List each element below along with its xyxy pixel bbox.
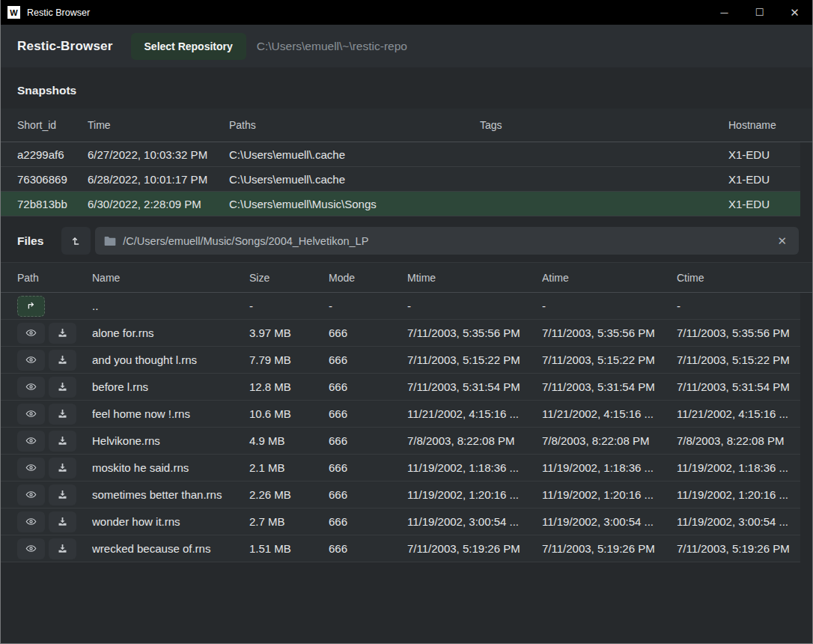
file-name: sometimes better than.rns	[92, 488, 249, 501]
column-header-ctime: Ctime	[677, 272, 800, 284]
files-bar: Files /C/Users/emuell/Music/Songs/2004_H…	[1, 216, 812, 262]
download-file-button[interactable]	[49, 404, 76, 425]
file-row[interactable]: moskito he said.rns2.1 MB66611/19/2002, …	[1, 455, 800, 482]
file-name: ..	[92, 300, 249, 312]
file-name: wrecked because of.rns	[92, 542, 249, 555]
file-size: 12.8 MB	[249, 380, 329, 393]
clear-path-button[interactable]: ✕	[774, 233, 790, 249]
file-mtime: 11/21/2002, 4:15:16 ...	[407, 407, 542, 420]
file-actions	[17, 511, 92, 532]
file-actions	[17, 484, 92, 505]
file-atime: 7/11/2003, 5:31:54 PM	[542, 380, 677, 393]
column-header-mode: Mode	[329, 272, 407, 284]
file-atime: 7/11/2003, 5:15:22 PM	[542, 353, 677, 366]
file-mode: -	[329, 300, 407, 312]
eye-icon	[25, 489, 37, 500]
file-row[interactable]: feel home now !.rns10.6 MB66611/21/2002,…	[1, 401, 800, 428]
file-actions	[17, 431, 92, 452]
download-file-button[interactable]	[49, 377, 76, 398]
close-button[interactable]: ✕	[777, 0, 812, 25]
snapshot-paths: C:\Users\emuell\.cache	[229, 173, 480, 186]
file-mode: 666	[329, 515, 407, 528]
file-ctime: 11/19/2002, 1:18:36 ...	[677, 461, 800, 474]
parent-directory-button[interactable]	[61, 227, 91, 255]
preview-file-button[interactable]	[17, 377, 45, 398]
file-mode: 666	[329, 542, 407, 555]
app-header: Restic-Browser Select Repository C:\User…	[1, 25, 812, 67]
eye-icon	[25, 408, 37, 419]
file-row[interactable]: alone for.rns3.97 MB6667/11/2003, 5:35:5…	[1, 320, 800, 347]
file-mode: 666	[329, 461, 407, 474]
parent-directory-row[interactable]: .. - - - - -	[1, 293, 800, 320]
go-up-button[interactable]	[17, 296, 45, 317]
file-row[interactable]: Helvikone.rns4.9 MB6667/8/2003, 8:22:08 …	[1, 428, 800, 455]
maximize-button[interactable]: ☐	[742, 0, 777, 25]
file-mode: 666	[329, 380, 407, 393]
folder-icon	[104, 236, 116, 246]
file-size: 3.97 MB	[249, 326, 329, 339]
column-header-mtime: Mtime	[407, 272, 542, 284]
eye-icon	[25, 543, 37, 554]
file-actions	[17, 377, 92, 398]
download-icon	[57, 462, 68, 473]
up-right-arrow-icon	[25, 300, 37, 312]
download-file-button[interactable]	[49, 323, 76, 344]
snapshot-row[interactable]: a2299af66/27/2022, 10:03:32 PMC:\Users\e…	[1, 142, 800, 167]
current-path-bar[interactable]: /C/Users/emuell/Music/Songs/2004_Helveti…	[95, 227, 799, 255]
minimize-button[interactable]: ─	[707, 0, 742, 25]
file-mtime: 7/11/2003, 5:31:54 PM	[407, 380, 542, 393]
file-size: 10.6 MB	[249, 407, 329, 420]
file-mode: 666	[329, 326, 407, 339]
file-atime: 11/19/2002, 1:20:16 ...	[542, 488, 677, 501]
select-repository-button[interactable]: Select Repository	[131, 33, 246, 60]
file-name: wonder how it.rns	[92, 515, 249, 528]
file-row[interactable]: and you thought l.rns7.79 MB6667/11/2003…	[1, 347, 800, 374]
download-icon	[57, 327, 68, 338]
file-mode: 666	[329, 407, 407, 420]
files-table-body: alone for.rns3.97 MB6667/11/2003, 5:35:5…	[1, 320, 812, 562]
download-file-button[interactable]	[49, 431, 76, 452]
download-file-button[interactable]	[49, 511, 76, 532]
preview-file-button[interactable]	[17, 404, 45, 425]
preview-file-button[interactable]	[17, 323, 45, 344]
file-mtime: 11/19/2002, 3:00:54 ...	[407, 515, 542, 528]
eye-icon	[25, 354, 37, 365]
file-atime: 7/11/2003, 5:35:56 PM	[542, 326, 677, 339]
column-header-path: Path	[17, 272, 92, 284]
file-atime: 11/19/2002, 1:18:36 ...	[542, 461, 677, 474]
file-row[interactable]: wonder how it.rns2.7 MB66611/19/2002, 3:…	[1, 508, 800, 535]
preview-file-button[interactable]	[17, 431, 45, 452]
snapshot-row[interactable]: 72b813bb6/30/2022, 2:28:09 PMC:\Users\em…	[1, 192, 800, 216]
preview-file-button[interactable]	[17, 511, 45, 532]
window-title: Restic Browser	[27, 7, 707, 18]
snapshots-table-body: a2299af66/27/2022, 10:03:32 PMC:\Users\e…	[1, 142, 812, 216]
preview-file-button[interactable]	[17, 458, 45, 479]
download-file-button[interactable]	[49, 458, 76, 479]
snapshot-row[interactable]: 763068696/28/2022, 10:01:17 PMC:\Users\e…	[1, 167, 800, 192]
download-file-button[interactable]	[49, 538, 76, 559]
file-name: before l.rns	[92, 380, 249, 393]
download-icon	[57, 543, 68, 554]
file-row[interactable]: before l.rns12.8 MB6667/11/2003, 5:31:54…	[1, 374, 800, 401]
column-header-paths: Paths	[229, 119, 480, 131]
preview-file-button[interactable]	[17, 484, 45, 505]
file-name: and you thought l.rns	[92, 353, 249, 366]
column-header-time: Time	[88, 119, 229, 131]
snapshot-hostname: X1-EDU	[728, 198, 800, 210]
download-icon	[57, 408, 68, 419]
file-mtime: -	[407, 300, 542, 312]
file-name: feel home now !.rns	[92, 407, 249, 420]
file-row[interactable]: sometimes better than.rns2.26 MB66611/19…	[1, 482, 800, 508]
preview-file-button[interactable]	[17, 350, 45, 371]
file-mtime: 7/11/2003, 5:35:56 PM	[407, 326, 542, 339]
repository-path: C:\Users\emuell\~\restic-repo	[257, 40, 407, 53]
download-file-button[interactable]	[49, 350, 76, 371]
eye-icon	[25, 516, 37, 527]
file-ctime: 11/19/2002, 1:20:16 ...	[677, 488, 800, 501]
download-file-button[interactable]	[49, 484, 76, 505]
file-name: moskito he said.rns	[92, 461, 249, 474]
file-actions	[17, 538, 92, 559]
files-table-header: Path Name Size Mode Mtime Atime Ctime	[1, 262, 812, 293]
preview-file-button[interactable]	[17, 538, 45, 559]
file-row[interactable]: wrecked because of.rns1.51 MB6667/11/200…	[1, 535, 800, 562]
